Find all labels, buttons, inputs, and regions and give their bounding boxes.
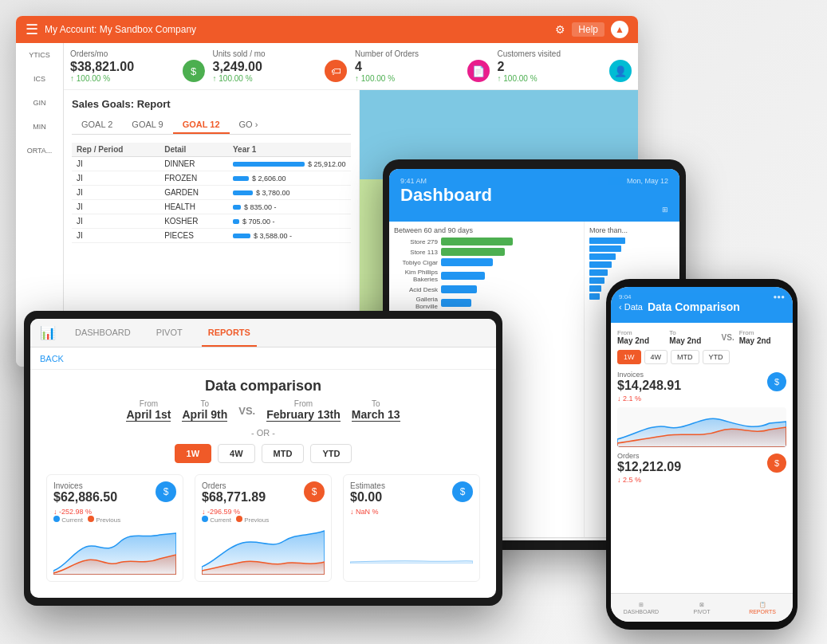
goals-table: Rep / Period Detail Year 1 JI DINNER $ 2… bbox=[72, 143, 351, 243]
help-button[interactable]: Help bbox=[572, 22, 604, 37]
fm-chart-invoices bbox=[53, 527, 176, 575]
col-detail: Detail bbox=[159, 143, 228, 157]
date-to1[interactable]: April 9th bbox=[182, 408, 227, 422]
sales-goals-panel: Sales Goals: Report GOAL 2 GOAL 9 GOAL 1… bbox=[64, 90, 360, 313]
phone-inv-change: ↓ 2.1 % bbox=[617, 395, 786, 402]
cell-year: $ 2,606.00 bbox=[228, 171, 351, 186]
tablet-time: 9:41 AM bbox=[400, 177, 427, 185]
fm-chart-estimates bbox=[350, 516, 473, 564]
orders-chart-svg bbox=[202, 527, 325, 575]
metric-label-customers: Customers visited bbox=[498, 49, 632, 58]
date-col-to1: To April 9th bbox=[182, 399, 227, 422]
fm-change-orders: ↓ -296.59 % bbox=[202, 508, 325, 516]
period-btn-mtd[interactable]: MTD bbox=[671, 350, 699, 364]
fm-icon-invoices: $ bbox=[156, 481, 176, 502]
phone-inv-icon: $ bbox=[767, 372, 786, 391]
cell-period: JI bbox=[72, 171, 159, 186]
phone-nav-dashboard[interactable]: ⊞ DASHBOARD bbox=[611, 594, 671, 622]
col-period: Rep / Period bbox=[72, 143, 159, 157]
hbar-fill bbox=[441, 272, 485, 280]
phone-from-val2: May 2nd bbox=[739, 336, 786, 345]
notification-button[interactable]: ▲ bbox=[611, 21, 628, 38]
from-label-2: From bbox=[294, 399, 313, 408]
phone-back-btn[interactable]: ‹ Data bbox=[619, 302, 643, 312]
cell-detail: DINNER bbox=[159, 157, 228, 171]
sidebar-item-min[interactable]: MIN bbox=[33, 123, 46, 131]
table-row: JI FROZEN $ 2,606.00 bbox=[72, 171, 351, 186]
date-from2[interactable]: February 13th bbox=[266, 408, 341, 422]
comparison-title: Data comparison bbox=[30, 370, 496, 399]
table-row: JI HEALTH $ 835.00 - bbox=[72, 200, 351, 214]
goal-tab-2[interactable]: GOAL 2 bbox=[72, 116, 122, 134]
goal-tab-9[interactable]: GOAL 9 bbox=[122, 116, 172, 134]
hbar-fill bbox=[441, 285, 477, 293]
period-btn-ytd[interactable]: YTD bbox=[703, 350, 730, 364]
scene: ☰ My Account: My Sandbox Company ⚙ Help … bbox=[0, 0, 827, 644]
hbar-fill2 bbox=[589, 238, 625, 244]
hbar-name: Galleria Bonville bbox=[394, 296, 438, 310]
phone-orders-row: Orders $12,212.09 $ bbox=[617, 452, 786, 474]
phone-mini-chart bbox=[617, 407, 786, 447]
table-row: JI DINNER $ 25,912.00 bbox=[72, 157, 351, 171]
front-period-4w[interactable]: 4W bbox=[218, 444, 255, 463]
hbar-fill2 bbox=[589, 245, 621, 252]
hbar-fill2 bbox=[589, 293, 600, 300]
hamburger-icon[interactable]: ☰ bbox=[26, 21, 38, 38]
phone-orders-value: $12,212.09 bbox=[617, 460, 681, 474]
sidebar-item-orta[interactable]: ORTA... bbox=[27, 147, 53, 155]
phone-orders-label: Orders bbox=[617, 452, 681, 460]
period-btn-1w[interactable]: 1W bbox=[617, 350, 641, 364]
phone-from-val: May 2nd bbox=[617, 336, 664, 345]
metric-card-orders: Orders/mo $38,821.00 ↑ 100.00 % $ bbox=[70, 49, 205, 83]
date-col-from2: From February 13th bbox=[266, 399, 341, 422]
goal-tab-12[interactable]: GOAL 12 bbox=[173, 116, 230, 134]
front-back-button[interactable]: BACK bbox=[30, 348, 496, 370]
tablet-bar-row: Store 113 bbox=[394, 248, 579, 256]
phone-screen: 9:04 ●●● ‹ Data Data Comparison From May… bbox=[611, 287, 793, 622]
phone-inv-label: Invoices bbox=[617, 371, 681, 379]
gear-icon[interactable]: ⚙ bbox=[555, 23, 565, 36]
front-tab-dashboard[interactable]: DASHBOARD bbox=[69, 319, 137, 347]
to-label-2: To bbox=[372, 399, 380, 408]
phone-time: 9:04 bbox=[619, 293, 632, 300]
date-from1[interactable]: April 1st bbox=[126, 408, 171, 422]
date-to2[interactable]: March 13 bbox=[352, 408, 400, 422]
phone-to-col: To May 2nd bbox=[669, 329, 716, 345]
tablet-bar-row: Acid Desk bbox=[394, 285, 579, 293]
cell-year: $ 25,912.00 bbox=[228, 157, 351, 171]
browser-topbar: ☰ My Account: My Sandbox Company ⚙ Help … bbox=[16, 16, 638, 43]
table-row: JI KOSHER $ 705.00 - bbox=[72, 214, 351, 229]
cell-period: JI bbox=[72, 157, 159, 171]
hbar-name: Kim Phillips Bakeries bbox=[394, 269, 438, 283]
hbar-fill bbox=[441, 258, 493, 266]
phone-nav-pivot[interactable]: ⊠ PIVOT bbox=[671, 594, 732, 622]
phone-from-col: From May 2nd bbox=[617, 329, 664, 345]
front-period-1w[interactable]: 1W bbox=[175, 444, 212, 463]
cell-year: $ 3,780.00 bbox=[228, 186, 351, 200]
front-tab-pivot[interactable]: PIVOT bbox=[150, 319, 189, 347]
fm-legend-orders: Current Previous bbox=[202, 516, 325, 524]
sidebar-item-analytics[interactable]: YTICS bbox=[29, 51, 50, 59]
sidebar-item-gin[interactable]: GIN bbox=[33, 99, 45, 107]
front-period-ytd[interactable]: YTD bbox=[310, 444, 352, 463]
metric-label-num-orders: Number of Orders bbox=[355, 49, 490, 58]
period-btn-4w[interactable]: 4W bbox=[644, 350, 668, 364]
tablet-right-label: More than... bbox=[589, 226, 675, 234]
hbar-fill bbox=[441, 238, 513, 245]
phone-pivot-icon: ⊠ bbox=[699, 602, 704, 608]
cell-period: JI bbox=[72, 200, 159, 214]
front-tab-reports[interactable]: REPORTS bbox=[202, 319, 257, 347]
phone-nav-reports[interactable]: 📋 REPORTS bbox=[732, 594, 793, 622]
phone-chart-svg bbox=[617, 407, 786, 447]
front-metric-estimates: Estimates $0.00 $ ↓ NaN % bbox=[343, 474, 480, 582]
metric-icon-units: 🏷 bbox=[325, 60, 347, 82]
cell-detail: GARDEN bbox=[159, 186, 228, 200]
goal-tab-go[interactable]: GO › bbox=[230, 116, 268, 134]
front-period-mtd[interactable]: MTD bbox=[262, 444, 305, 463]
cell-period: JI bbox=[72, 214, 159, 229]
tablet-date: Mon, May 12 bbox=[627, 177, 668, 185]
phone-inv-value: $14,248.91 bbox=[617, 379, 681, 393]
fm-header-estimates: Estimates $0.00 $ bbox=[350, 481, 473, 505]
metrics-row: Orders/mo $38,821.00 ↑ 100.00 % $ Units … bbox=[64, 43, 638, 90]
sidebar-item-ics[interactable]: ICS bbox=[33, 75, 45, 83]
